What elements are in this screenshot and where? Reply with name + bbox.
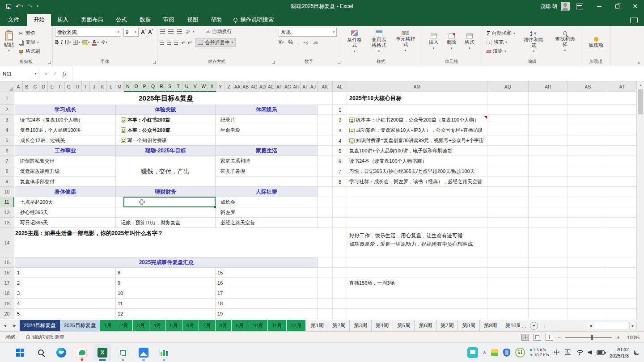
table-cell[interactable]: 本事：公众号200篇 xyxy=(116,125,216,135)
grid-cell[interactable] xyxy=(529,105,568,115)
format-painter-button[interactable]: 格式刷 xyxy=(17,47,42,55)
grid-cell[interactable] xyxy=(333,218,347,228)
grid-cell[interactable] xyxy=(608,207,636,218)
table-cell[interactable]: 写一个知识付费课 xyxy=(116,135,216,146)
column-header-L[interactable]: L xyxy=(107,81,115,92)
grid-cell[interactable] xyxy=(318,187,333,197)
sheet-tab-第2周[interactable]: 第2周 xyxy=(328,320,349,331)
column-header-P[interactable]: P xyxy=(140,81,149,92)
grid-cell[interactable] xyxy=(318,288,333,299)
column-header-G[interactable]: G xyxy=(65,81,73,92)
grid-cell[interactable] xyxy=(568,125,608,135)
grid-cell[interactable] xyxy=(487,309,529,319)
table-cell[interactable]: 成长会12讲，过钱关 xyxy=(15,135,116,146)
table-cell[interactable]: 写日记365天 xyxy=(15,218,116,228)
grid-cell[interactable] xyxy=(529,187,568,197)
goal-item[interactable]: 成功案例：复盘家族10人+IP3人），公众号专栏+直播访谈 xyxy=(349,125,486,135)
copy-button[interactable]: 复制▾ xyxy=(17,38,42,46)
grid-cell[interactable] xyxy=(608,309,636,319)
accounting-format-button[interactable]: ¥▾ xyxy=(279,39,284,46)
dialog-launcher-icon[interactable] xyxy=(272,61,275,64)
delete-cells-button[interactable]: 删除▾ xyxy=(445,33,458,52)
conditional-formatting-button[interactable]: 条件格式▾ xyxy=(344,29,364,55)
sheet-tab-1月[interactable]: 1月 xyxy=(100,320,116,331)
percent-style-button[interactable]: % xyxy=(288,39,293,46)
table-cell[interactable]: 纪录片 xyxy=(216,115,318,125)
goal-item[interactable]: 练本事：小红书200篇，公众号200篇（复盘100个人物） xyxy=(349,115,486,125)
grid-cell[interactable] xyxy=(318,268,333,278)
save-button[interactable] xyxy=(6,4,11,9)
redo-button[interactable]: ↷ xyxy=(27,3,32,10)
grid-cell[interactable] xyxy=(318,125,333,135)
grid-cell[interactable] xyxy=(487,257,529,268)
grid-cell[interactable] xyxy=(318,309,333,319)
column-header-AM[interactable]: AM xyxy=(347,81,487,92)
grid-cell[interactable] xyxy=(529,268,568,278)
align-center-icon[interactable] xyxy=(167,41,171,45)
grid-cell[interactable] xyxy=(568,177,608,187)
fill-color-button[interactable]: ▾ xyxy=(82,40,90,45)
grid-cell[interactable] xyxy=(568,257,608,268)
grid-cell[interactable] xyxy=(529,135,568,146)
sheet-tab-第6周[interactable]: 第6周 xyxy=(414,320,436,331)
undo-button[interactable]: ↶▾ xyxy=(16,3,23,10)
section-header[interactable]: 休闲娱乐 xyxy=(216,105,318,114)
wifi-icon[interactable] xyxy=(576,350,583,355)
close-button[interactable]: ✕ xyxy=(626,0,644,13)
sheet-tab-第4周[interactable]: 第4周 xyxy=(371,320,393,331)
underline-button[interactable]: U▾ xyxy=(65,39,71,46)
italic-button[interactable]: I xyxy=(61,39,63,46)
grid-cell[interactable] xyxy=(608,197,636,207)
grid-cell[interactable] xyxy=(608,92,636,105)
increase-decimal-button[interactable]: +.0 xyxy=(303,41,308,45)
increase-indent-icon[interactable]: ▸≡ xyxy=(188,41,192,45)
paste-button[interactable]: 粘贴▾ xyxy=(2,30,16,55)
table-cell[interactable]: 本事：小红书200篇 xyxy=(116,115,216,125)
grid-cell[interactable] xyxy=(608,299,636,309)
grid-cell[interactable] xyxy=(318,92,333,105)
grid-cell[interactable] xyxy=(333,309,347,319)
section-header[interactable]: 理财财务 xyxy=(116,187,216,197)
column-header-I[interactable]: I xyxy=(82,81,90,92)
sort-filter-button[interactable]: AZ▼ 排序和筛选▾ xyxy=(520,30,548,55)
cut-button[interactable]: ✂剪切 xyxy=(17,29,42,37)
grid-cell[interactable] xyxy=(568,156,608,166)
zoom-slider-thumb[interactable] xyxy=(591,335,593,340)
grid-cell[interactable] xyxy=(529,177,568,187)
column-header-AK[interactable]: AK xyxy=(318,81,333,92)
goal-item[interactable]: 知识付费课=复盘创富30讲卖99元，视频号+公众号+小宇宙 xyxy=(349,135,486,146)
grid-cell[interactable] xyxy=(568,218,608,228)
column-header-M[interactable]: M xyxy=(115,81,124,92)
column-header-AJ[interactable]: AJ xyxy=(309,81,318,92)
summary-cell[interactable]: 2 xyxy=(15,278,116,288)
insert-cells-button[interactable]: 插入▾ xyxy=(427,33,441,52)
grid-cell[interactable] xyxy=(568,228,608,257)
grid-cell[interactable] xyxy=(529,197,568,207)
grid-cell[interactable] xyxy=(568,278,608,288)
column-header-AG[interactable]: AG xyxy=(284,81,292,92)
zoom-slider[interactable] xyxy=(565,337,612,338)
column-header-AB[interactable]: AB xyxy=(242,81,250,92)
table-cell[interactable]: 必经之路天空营 xyxy=(216,218,318,228)
grid-cell[interactable] xyxy=(333,288,347,299)
grid-cell[interactable] xyxy=(347,218,487,228)
table-cell[interactable]: 七点早起200天 xyxy=(15,197,116,207)
summary-cell[interactable]: 16 xyxy=(216,278,318,288)
column-header-AI[interactable]: AI xyxy=(301,81,309,92)
volume-icon[interactable] xyxy=(588,350,592,354)
column-header-B[interactable]: B xyxy=(23,81,31,92)
grid-cell[interactable] xyxy=(347,288,487,299)
grid-cell[interactable] xyxy=(529,257,568,268)
menu-tab-审阅[interactable]: 审阅 xyxy=(157,14,181,26)
grid-cell[interactable] xyxy=(568,166,608,177)
table-cell[interactable]: 复盘家族课程升级 xyxy=(15,166,116,177)
sheet-tab-第9周[interactable]: 第9周 xyxy=(479,320,501,331)
align-bottom-icon[interactable] xyxy=(177,29,182,34)
sheet-tab-第3周[interactable]: 第3周 xyxy=(349,320,371,331)
grid-cell[interactable] xyxy=(347,309,487,319)
grid-cell[interactable] xyxy=(608,177,636,187)
column-header-D[interactable]: D xyxy=(39,81,48,92)
section-header[interactable]: 体验突破 xyxy=(116,105,216,114)
summary-cell[interactable]: 11 xyxy=(116,299,216,309)
goal-item[interactable]: 复盘100讲+个人品牌100讲，电子版和印刷验货 xyxy=(349,146,486,156)
